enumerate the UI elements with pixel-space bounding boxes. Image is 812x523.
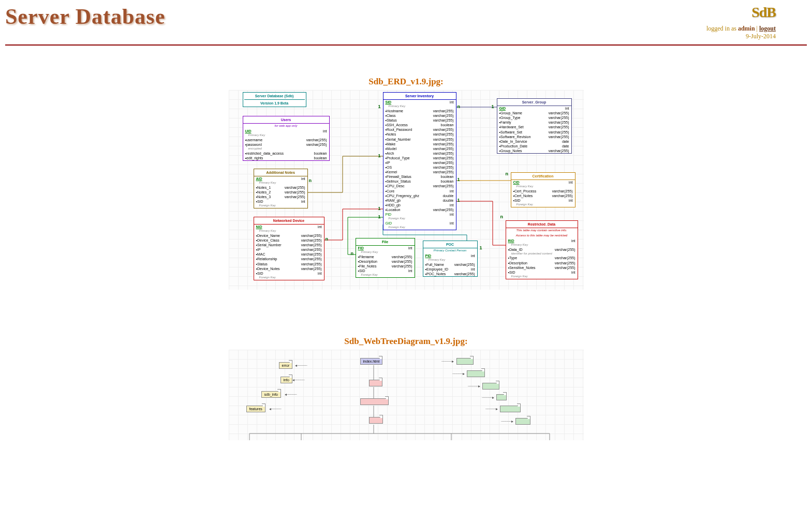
arrow-icon: ◂┄┄┄┄┄	[295, 363, 307, 368]
notes-pknote: Primary Key	[254, 181, 307, 185]
login-status: logged in as admin | logout	[706, 25, 776, 33]
notes-pk: AID	[256, 176, 262, 181]
nd-cols: •Device_Namevarchar(255)•Device_Classvar…	[254, 233, 324, 276]
card-1: 1	[378, 153, 381, 158]
arrow-icon: ┄┄┄┄┄▸	[452, 371, 464, 376]
poc-title: POC	[423, 241, 477, 248]
sdb-l1: Server Database (Sdb)	[244, 94, 305, 98]
login-user: admin	[738, 25, 755, 32]
sg-pkt: int	[565, 106, 569, 111]
node-session: session	[467, 370, 485, 377]
card-1: 1	[492, 104, 494, 109]
erd-diagram: Server Database (Sdb) Version 1.9 Beta U…	[229, 90, 584, 290]
poc-pknote: Primary Key	[423, 258, 477, 262]
si-fk2note: Foreign Key	[383, 226, 456, 230]
arrow-icon: ┄┄┄┄┄▸	[485, 407, 497, 411]
node-features: features	[246, 406, 265, 412]
node-login: login	[369, 380, 383, 386]
si-pknote: Primary Key	[383, 104, 456, 109]
users-cols2: •restricted_data_accessboolean•edit_righ…	[243, 151, 329, 160]
si-fk1t: int	[450, 212, 453, 217]
erd-file: File FIDint Primary Key •Filenamevarchar…	[356, 238, 415, 278]
nd-pk: NID	[256, 225, 262, 229]
node-banner: banner	[482, 383, 500, 390]
card-n: n	[457, 104, 461, 109]
cert-cols: •Cert_Processvarchar(255)•Cert_Notesvarc…	[511, 189, 575, 203]
card-1: 1	[480, 245, 482, 250]
card-1: 1	[378, 104, 381, 109]
users-sub: for web app only	[243, 124, 329, 129]
users-pknote: Primary Key	[243, 133, 329, 138]
rd-fknote: Foreign Key	[506, 275, 578, 279]
logo-main: Server Database	[5, 4, 165, 29]
erd-users: Users for web app only UIDint Primary Ke…	[243, 116, 330, 161]
sg-pk: GID	[499, 106, 506, 111]
card-1: 1	[378, 214, 381, 219]
erd-server-inventory: Server Inventory SIDint Primary Key •Hos…	[383, 92, 456, 230]
tree-diagram: index.html login process_login main erro…	[229, 350, 584, 440]
node-info: info	[280, 377, 292, 383]
si-fk1: PID	[386, 212, 392, 217]
header-divider	[5, 44, 807, 46]
sdb-l2: Version 1.9 Beta	[244, 99, 305, 106]
notes-cols: •Notes_1varchar(255)•Notes_2varchar(255)…	[254, 185, 307, 204]
erd-poc: POC Primary Contact Person PIDint Primar…	[423, 241, 478, 277]
node-sdb-info: sdb_info	[261, 391, 281, 398]
arrow-icon: ┄┄┄┄┄▸	[441, 359, 453, 364]
si-fk2t: int	[450, 221, 453, 226]
rd-warn2: Access to this table may be restricted	[506, 233, 578, 238]
file-pknote: Primary Key	[356, 250, 415, 255]
si-fk1note: Foreign Key	[383, 217, 456, 221]
cert-pkt: int	[569, 180, 572, 185]
section1-title: Sdb_ERD_v1.9.jpg:	[0, 77, 812, 87]
cert-title: Certification	[511, 173, 575, 180]
poc-cols: •Full_Namevarchar(255)•Employee_IDint•PO…	[423, 262, 477, 276]
users-enc: encrypted	[243, 147, 329, 151]
nd-pknote: Primary Key	[254, 229, 324, 233]
node-process: process_login	[360, 398, 389, 405]
cert-fknote: Foreign Key	[511, 203, 575, 207]
section2-title: Sdb_WebTreeDiagram_v1.9.jpg:	[0, 336, 812, 347]
rd-pkt: int	[571, 238, 575, 243]
card-n: n	[506, 171, 509, 176]
logo-small: SdB	[706, 4, 776, 21]
cert-pk: CID	[513, 180, 520, 185]
users-title: Users	[243, 116, 329, 124]
sg-cols: •Group_Namevarchar(255)•Group_Typevarcha…	[497, 111, 571, 153]
users-cols: •usernamevarchar(255)•passwordvarchar(25…	[243, 138, 329, 147]
file-pk: FID	[358, 246, 364, 250]
login-prefix: logged in as	[706, 25, 738, 32]
rd-idnote: identifier for protected content	[506, 252, 578, 256]
cert-pknote: Primary Key	[511, 185, 575, 189]
card-1: 1	[457, 177, 460, 182]
erd-certification: Certification CIDint Primary Key •Cert_P…	[511, 172, 575, 207]
node-main: main	[369, 417, 383, 424]
sg-title: Server_Group	[497, 99, 571, 106]
card-n: n	[309, 178, 312, 183]
node-header: header	[456, 358, 474, 365]
file-cols: •Filenamevarchar(255)•Descriptionvarchar…	[356, 255, 415, 273]
node-index: index.html	[360, 358, 383, 365]
erd-server-group: Server_Group GIDint •Group_Namevarchar(2…	[497, 98, 572, 154]
logout-link[interactable]: logout	[759, 25, 776, 32]
rd-cols1: •Data_IDvarchar(255)	[506, 247, 578, 252]
rd-warn1: This table may contain sensitive info.	[506, 228, 578, 233]
card-n: n	[326, 236, 329, 242]
notes-fknote: Foreign Key	[254, 204, 307, 208]
erd-notes: Additional Notes AIDint Primary Key •Not…	[254, 169, 308, 208]
erd-sdb-box: Server Database (Sdb) Version 1.9 Beta	[243, 92, 306, 107]
rd-cols2: •Typevarchar(255)•Descriptionvarchar(255…	[506, 256, 578, 274]
arrow-icon: ┄┄┄┄┄▸	[501, 419, 513, 424]
card-1: 1	[457, 198, 460, 203]
header-date: 9-July-2014	[706, 33, 776, 40]
node-footer: footer	[515, 418, 531, 425]
erd-networked-device: Networked Device NIDint Primary Key •Dev…	[254, 217, 324, 280]
card-n: n	[500, 214, 504, 219]
users-pkt: int	[323, 129, 327, 133]
header-right: SdB logged in as admin | logout 9-July-2…	[706, 4, 807, 40]
si-pk: SID	[386, 100, 392, 104]
si-cols: •Hostnamevarchar(255)•Classvarchar(255)•…	[383, 109, 456, 212]
card-n: n	[351, 251, 354, 256]
arrow-icon: ◂┄┄┄┄┄	[292, 378, 304, 382]
arrow-icon: ┄┄┄┄┄▸	[468, 384, 480, 388]
